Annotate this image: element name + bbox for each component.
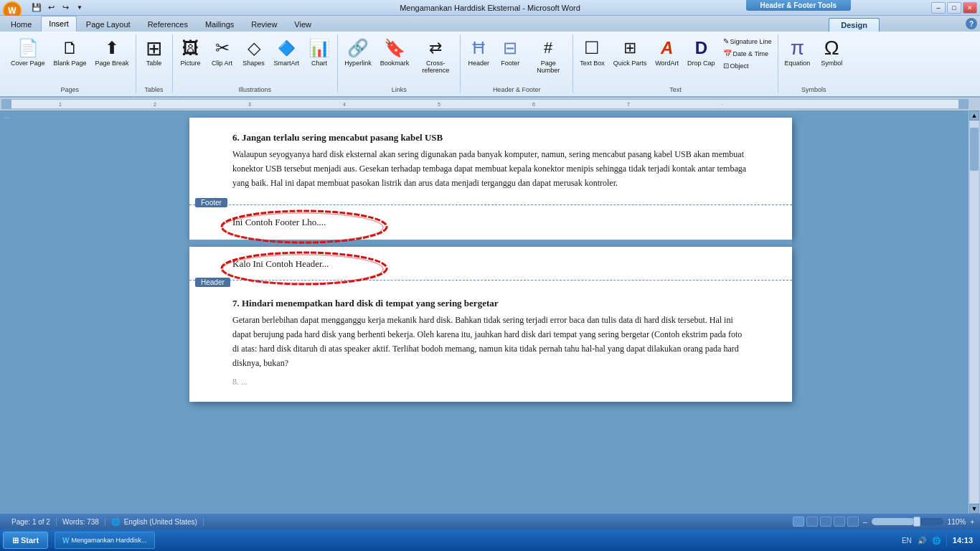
- tab-references[interactable]: References: [140, 16, 196, 32]
- bookmark-label: Bookmark: [380, 60, 410, 67]
- close-btn[interactable]: ✕: [963, 2, 977, 14]
- right-scrollbar[interactable]: ▲ ▼: [969, 110, 980, 514]
- wordart-btn[interactable]: A WordArt: [651, 34, 682, 70]
- redo-qat-btn[interactable]: ↪: [59, 1, 72, 14]
- page-number-btn[interactable]: # Page Number: [527, 34, 570, 77]
- illustrations-group-label: Illustrations: [176, 86, 335, 93]
- ruler-right-indent[interactable]: [958, 99, 969, 109]
- shapes-icon: ◇: [242, 37, 265, 60]
- word-app-icon: W: [62, 537, 69, 545]
- footer-area[interactable]: Footer Ini Contoh Footer Lho....: [189, 204, 792, 240]
- full-screen-btn[interactable]: [806, 517, 818, 527]
- shapes-btn[interactable]: ◇ Shapes: [239, 34, 269, 70]
- chart-label: Chart: [311, 60, 327, 67]
- equation-btn[interactable]: π Equation: [781, 34, 814, 70]
- page2-content: 7. Hindari menempatkan hard disk di temp…: [189, 281, 792, 401]
- zoom-thumb[interactable]: [913, 517, 920, 527]
- footer-btn[interactable]: ⊟ Footer: [495, 34, 525, 70]
- start-button[interactable]: ⊞ Start: [3, 532, 48, 549]
- picture-btn[interactable]: 🖼 Picture: [176, 34, 206, 70]
- taskbar-word-app[interactable]: W Mengamankan Harddisk...: [55, 532, 155, 549]
- drop-cap-btn[interactable]: D Drop Cap: [684, 34, 719, 70]
- scroll-up-btn[interactable]: ▲: [969, 110, 979, 121]
- page-number-icon: #: [537, 37, 560, 60]
- ribbon-group-tables: ⊞ Table Tables: [136, 34, 173, 93]
- table-btn[interactable]: ⊞ Table: [139, 34, 169, 70]
- window-title: Mengamankan Harddisk Eksternal - Microso…: [400, 4, 580, 12]
- tab-home[interactable]: Home: [3, 16, 39, 32]
- print-view-btn[interactable]: [793, 517, 804, 527]
- blank-page-btn[interactable]: 🗋 Blank Page: [50, 34, 90, 70]
- outline-btn[interactable]: [834, 517, 845, 527]
- tray-icon-1: EN: [902, 537, 912, 545]
- window-controls: – □ ✕: [931, 2, 977, 14]
- language-flag: 🌐: [111, 518, 120, 526]
- ribbon-group-symbols: π Equation Ω Symbol Symbols: [778, 34, 850, 93]
- quick-parts-btn[interactable]: ⊞ Quick Parts: [610, 34, 651, 70]
- bookmark-btn[interactable]: 🔖 Bookmark: [377, 34, 413, 70]
- tab-mailings[interactable]: Mailings: [197, 16, 242, 32]
- date-time-btn[interactable]: 📅 Date & Time: [720, 48, 775, 59]
- clip-art-btn[interactable]: ✂ Clip Art: [207, 34, 237, 70]
- object-btn[interactable]: ⊡ Object: [720, 60, 775, 71]
- chart-btn[interactable]: 📊 Chart: [304, 34, 334, 70]
- help-btn[interactable]: ?: [966, 18, 977, 29]
- drop-cap-label: Drop Cap: [687, 60, 715, 67]
- maximize-btn[interactable]: □: [947, 2, 961, 14]
- section6-heading: 6. Jangan terlalu sering mencabut pasang…: [232, 132, 749, 143]
- footer-text[interactable]: Ini Contoh Footer Lho....: [232, 217, 326, 227]
- symbol-btn[interactable]: Ω Symbol: [816, 34, 847, 70]
- bookmark-icon: 🔖: [383, 37, 406, 60]
- scroll-thumb[interactable]: [970, 128, 979, 171]
- header-text[interactable]: Kalo Ini Contoh Header...: [232, 258, 329, 269]
- context-tab-header: Header & Footer Tools: [746, 0, 852, 11]
- draft-btn[interactable]: [847, 517, 859, 527]
- header-btn[interactable]: Ħ Header: [463, 34, 494, 70]
- cover-page-btn[interactable]: 📄 Cover Page: [7, 34, 49, 70]
- tab-pagelayout[interactable]: Page Layout: [78, 16, 138, 32]
- shapes-label: Shapes: [242, 60, 265, 67]
- section7-heading: 7. Hindari menempatkan hard disk di temp…: [232, 298, 749, 309]
- signature-line-label: Signature Line: [730, 38, 772, 45]
- left-ruler: │: [0, 110, 13, 514]
- tab-design[interactable]: Design: [829, 18, 880, 32]
- undo-qat-btn[interactable]: ↩: [44, 1, 57, 14]
- clip-art-label: Clip Art: [212, 60, 232, 67]
- horizontal-ruler: 1 2 3 4 5 6 7 ·: [11, 99, 958, 109]
- hyperlink-btn[interactable]: 🔗 Hyperlink: [341, 34, 375, 70]
- cross-reference-label: Cross-reference: [418, 60, 453, 75]
- section6-body: Walaupun seyogyanya hard disk eksternal …: [232, 148, 749, 190]
- page-break-icon: ⬆: [100, 37, 123, 60]
- textbox-btn[interactable]: ☐ Text Box: [576, 34, 608, 70]
- hyperlink-icon: 🔗: [347, 37, 369, 60]
- cross-reference-btn[interactable]: ⇄ Cross-reference: [414, 34, 457, 77]
- zoom-slider[interactable]: [872, 518, 943, 525]
- customize-qat-btn[interactable]: ▼: [73, 1, 86, 14]
- smartart-btn[interactable]: 🔷 SmartArt: [270, 34, 303, 70]
- status-right: – 110% +: [793, 517, 974, 527]
- header-area[interactable]: Kalo Ini Contoh Header... Header: [189, 247, 792, 281]
- page-2: Kalo Ini Contoh Header... Header 7. Hind…: [189, 247, 792, 401]
- scroll-track[interactable]: [970, 121, 979, 504]
- page-break-btn[interactable]: ⬆ Page Break: [92, 34, 133, 70]
- ribbon-group-links: 🔗 Hyperlink 🔖 Bookmark ⇄ Cross-reference…: [338, 34, 461, 93]
- view-buttons: [793, 517, 859, 527]
- footer-label: Footer: [501, 60, 519, 67]
- zoom-label: –: [863, 518, 867, 526]
- cover-page-icon: 📄: [17, 37, 39, 60]
- signature-line-btn[interactable]: ✎ Signature Line: [720, 36, 775, 47]
- ribbon-group-pages: 📄 Cover Page 🗋 Blank Page ⬆ Page Break P…: [4, 34, 136, 93]
- scroll-down-btn[interactable]: ▼: [969, 504, 979, 514]
- save-qat-btn[interactable]: 💾: [30, 1, 43, 14]
- minimize-btn[interactable]: –: [931, 2, 946, 14]
- tab-insert[interactable]: Insert: [41, 16, 77, 32]
- web-view-btn[interactable]: [820, 517, 831, 527]
- tab-review[interactable]: Review: [243, 16, 285, 32]
- header-label: Header: [468, 60, 489, 67]
- tray-icon-3: 🌐: [932, 537, 941, 545]
- ruler-left-indent[interactable]: [1, 99, 11, 109]
- wordart-icon: A: [656, 37, 679, 60]
- tab-view[interactable]: View: [286, 16, 319, 32]
- header-text-container: Kalo Ini Contoh Header...: [232, 257, 329, 270]
- start-icon: ⊞: [12, 536, 19, 545]
